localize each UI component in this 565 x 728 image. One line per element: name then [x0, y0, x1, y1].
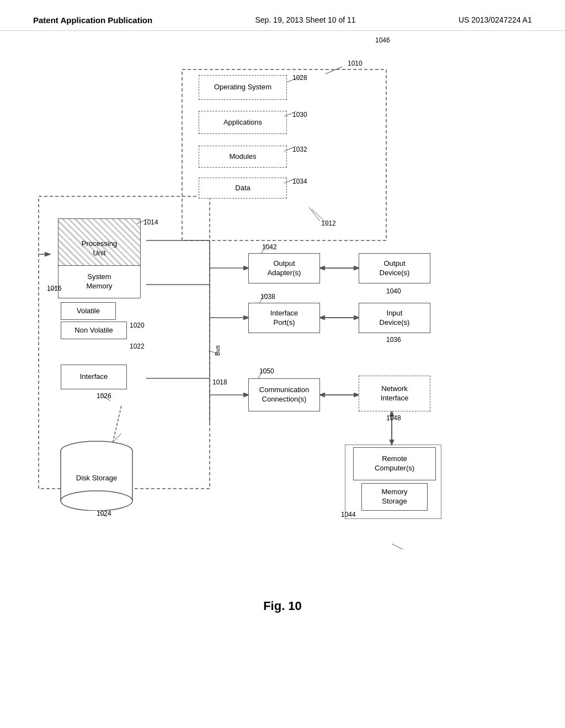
box-interface: Interface	[61, 365, 127, 389]
ref-1020: 1020	[130, 322, 145, 329]
box-operating-system: Operating System	[199, 75, 287, 100]
ref-1026-leader	[95, 391, 260, 402]
ref-1036: 1036	[386, 336, 401, 344]
ref-1016-leader	[46, 283, 211, 293]
box-input-device: InputDevice(s)	[359, 303, 430, 333]
ref-1038-leader	[257, 291, 270, 305]
ref-1042-leader	[258, 242, 272, 255]
ref-1046: 1046	[375, 36, 390, 44]
svg-line-23	[392, 544, 403, 549]
remote-computer-outline	[345, 445, 441, 519]
ref-1028-leader	[287, 74, 303, 85]
diagram-area: 1010 Operating System 1028 Applications …	[0, 36, 565, 588]
svg-rect-42	[345, 445, 441, 519]
svg-line-28	[312, 209, 327, 224]
svg-line-30	[49, 286, 58, 291]
svg-line-41	[258, 369, 264, 378]
cylinder-disk-storage: Disk Storage	[55, 439, 138, 511]
ref-1030-leader	[284, 110, 301, 120]
page: Patent Application Publication Sep. 19, …	[0, 0, 565, 728]
ref-1010: 1010	[348, 60, 363, 67]
box-non-volatile: Non Volatile	[61, 322, 127, 339]
box-modules: Modules	[199, 146, 287, 168]
box-system-memory: SystemMemory	[58, 265, 141, 298]
header-patent-number: US 2013/0247224 A1	[459, 15, 532, 24]
bus-label: Bus	[214, 345, 221, 356]
box-output-adapter: OutputAdapter(s)	[248, 253, 320, 283]
svg-line-31	[100, 394, 110, 401]
svg-line-40	[259, 294, 265, 303]
svg-line-1	[326, 67, 342, 74]
box-comm-connection: CommunicationConnection(s)	[248, 378, 320, 411]
svg-line-29	[137, 219, 148, 224]
svg-point-36	[61, 491, 132, 511]
fig-caption: Fig. 10	[0, 599, 565, 613]
ref-1050-leader	[255, 366, 269, 380]
box-volatile: Volatile	[61, 302, 116, 320]
svg-text:Disk Storage: Disk Storage	[76, 474, 117, 482]
box-interface-port: InterfacePort(s)	[248, 303, 320, 333]
ref-1022: 1022	[130, 342, 145, 350]
svg-line-38	[98, 511, 106, 517]
header-publication: Patent Application Publication	[33, 15, 152, 25]
box-applications: Applications	[199, 111, 287, 134]
box-data: Data	[199, 178, 287, 199]
svg-line-27	[284, 178, 296, 183]
ref-1024-leader	[93, 508, 106, 591]
ref-1018: 1018	[212, 378, 227, 386]
ref-1032-leader	[284, 144, 301, 154]
box-network-interface: NetworkInterface	[359, 376, 430, 411]
ref-1012-leader	[306, 206, 334, 228]
svg-line-25	[284, 111, 296, 116]
ref-1048: 1048	[386, 414, 401, 422]
ref-1034-leader	[284, 176, 301, 259]
header: Patent Application Publication Sep. 19, …	[0, 0, 565, 31]
svg-line-26	[284, 146, 296, 151]
ref-1040: 1040	[386, 287, 401, 295]
box-output-device: OutputDevice(s)	[359, 253, 430, 283]
svg-line-24	[287, 77, 301, 82]
svg-line-39	[261, 244, 266, 254]
header-date-sheet: Sep. 19, 2013 Sheet 10 of 11	[255, 15, 355, 24]
